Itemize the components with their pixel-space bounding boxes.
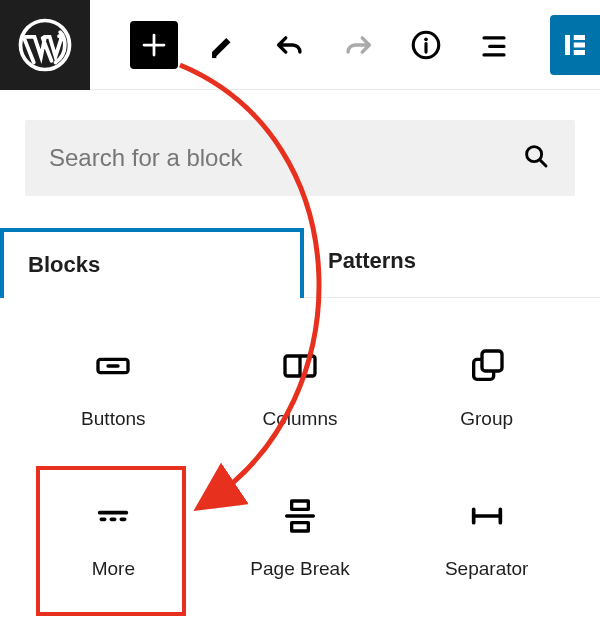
block-label: Group [460,408,513,430]
undo-icon [273,28,307,62]
block-search[interactable] [25,120,575,196]
block-buttons[interactable]: Buttons [25,318,202,458]
separator-icon [467,496,507,536]
buttons-icon [93,346,133,386]
block-separator[interactable]: Separator [398,468,575,608]
svg-rect-11 [482,351,502,371]
plus-icon [139,30,169,60]
list-view-icon [477,28,511,62]
svg-rect-5 [574,43,585,48]
search-icon [521,141,551,175]
editor-toolbar [0,0,600,90]
block-page-break[interactable]: Page Break [212,468,389,608]
block-label: Buttons [81,408,145,430]
list-view-button[interactable] [470,21,518,69]
svg-rect-4 [574,35,585,40]
block-columns[interactable]: Columns [212,318,389,458]
wordpress-icon [17,17,73,73]
add-block-button[interactable] [130,21,178,69]
elementor-button[interactable] [550,15,600,75]
edit-tool-button[interactable] [198,21,246,69]
svg-rect-3 [565,35,570,55]
tab-patterns[interactable]: Patterns [304,228,600,297]
undo-button[interactable] [266,21,314,69]
info-icon [409,28,443,62]
block-more[interactable]: More [25,468,202,608]
page-break-icon [280,496,320,536]
info-button[interactable] [402,21,450,69]
svg-rect-6 [574,50,585,55]
svg-point-2 [424,37,428,41]
columns-icon [280,346,320,386]
inserter-tabs: Blocks Patterns [0,228,600,298]
blocks-grid: Buttons Columns Group More Page Break Se… [25,298,575,608]
search-input[interactable] [49,144,521,172]
pencil-icon [205,28,239,62]
elementor-icon [560,30,590,60]
tab-blocks[interactable]: Blocks [0,228,304,298]
group-icon [467,346,507,386]
redo-icon [341,28,375,62]
block-inserter-panel: Blocks Patterns Buttons Columns Group Mo… [0,90,600,608]
redo-button[interactable] [334,21,382,69]
block-label: Page Break [250,558,349,580]
block-label: More [92,558,135,580]
toolbar-buttons [90,21,518,69]
wordpress-logo[interactable] [0,0,90,90]
more-icon [93,496,133,536]
block-label: Columns [263,408,338,430]
block-group[interactable]: Group [398,318,575,458]
block-label: Separator [445,558,528,580]
